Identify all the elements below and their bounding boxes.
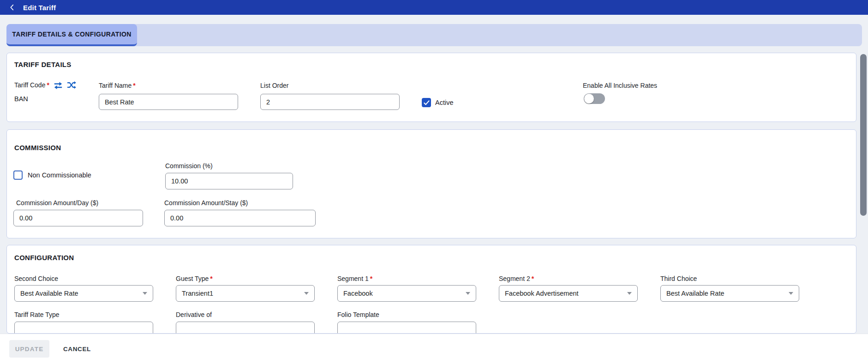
chevron-down-icon — [789, 292, 793, 295]
list-order-label: List Order — [260, 82, 288, 89]
guest-type-label: Guest Type* — [176, 275, 213, 282]
third-choice-value: Best Available Rate — [666, 290, 724, 297]
commission-day-label: Commission Amount/Day ($) — [16, 199, 98, 207]
tariff-code-label: Tariff Code* — [14, 81, 49, 89]
second-choice-select[interactable]: Best Available Rate — [14, 285, 153, 302]
non-commissionable-checkbox[interactable] — [13, 170, 23, 180]
folio-template-input[interactable] — [337, 322, 476, 334]
list-order-input[interactable] — [260, 94, 400, 110]
chevron-down-icon — [304, 292, 309, 295]
active-checkbox[interactable] — [422, 98, 431, 107]
chevron-down-icon — [143, 292, 147, 295]
tariff-code-field: Tariff Code* — [14, 81, 76, 89]
tab-tariff-details-configuration[interactable]: TARIFF DETAILS & CONFIGURATION — [6, 24, 137, 46]
guest-type-select[interactable]: Transient1 — [176, 285, 315, 302]
page-title: Edit Tariff — [23, 4, 56, 12]
segment1-select[interactable]: Facebook — [337, 285, 476, 302]
guest-type-value: Transient1 — [182, 290, 213, 297]
configuration-panel: CONFIGURATION Second Choice Guest Type* … — [6, 245, 856, 334]
tab-bar: TARIFF DETAILS & CONFIGURATION — [6, 24, 862, 46]
segment2-value: Facebook Advertisement — [505, 290, 579, 297]
commission-day-input[interactable] — [13, 210, 143, 226]
non-commissionable-field: Non Commissionable — [13, 170, 91, 180]
folio-template-label: Folio Template — [337, 311, 379, 318]
tariff-details-panel: TARIFF DETAILS Tariff Code* BAN Tariff N… — [6, 53, 856, 122]
section-title-configuration: CONFIGURATION — [14, 254, 74, 262]
section-title-commission: COMMISSION — [14, 144, 61, 152]
toggle-knob — [584, 94, 594, 103]
third-choice-select[interactable]: Best Available Rate — [660, 285, 799, 302]
swap-icon[interactable] — [54, 81, 63, 89]
back-button[interactable] — [8, 3, 16, 12]
tariff-rate-type-input[interactable] — [14, 322, 153, 334]
tariff-name-input[interactable] — [99, 94, 238, 110]
app-header: Edit Tariff — [0, 0, 868, 15]
derivative-of-input[interactable] — [176, 322, 315, 334]
check-icon — [424, 100, 430, 105]
segment1-value: Facebook — [343, 290, 373, 297]
tariff-name-label: Tariff Name* — [99, 82, 136, 89]
segment1-label: Segment 1* — [337, 275, 372, 282]
commission-panel: COMMISSION Non Commissionable Commission… — [6, 129, 856, 238]
chevron-down-icon — [627, 292, 632, 295]
tab-label: TARIFF DETAILS & CONFIGURATION — [12, 30, 132, 38]
third-choice-label: Third Choice — [660, 275, 698, 282]
derivative-of-label: Derivative of — [176, 311, 212, 318]
commission-pct-label: Commission (%) — [165, 162, 213, 170]
active-label: Active — [435, 99, 454, 106]
chevron-left-icon — [8, 4, 16, 11]
tariff-code-value: BAN — [14, 95, 28, 103]
second-choice-label: Second Choice — [14, 275, 60, 282]
update-button[interactable]: UPDATE — [9, 340, 49, 358]
commission-stay-input[interactable] — [164, 210, 316, 226]
footer-bar: UPDATE CANCEL — [0, 334, 868, 359]
second-choice-value: Best Available Rate — [20, 290, 78, 297]
chevron-down-icon — [466, 292, 470, 295]
shuffle-icon[interactable] — [67, 81, 76, 89]
tariff-rate-type-label: Tariff Rate Type — [14, 311, 60, 318]
all-inclusive-label: Enable All Inclusive Rates — [583, 82, 657, 89]
commission-pct-input[interactable] — [165, 173, 293, 189]
commission-stay-label: Commission Amount/Stay ($) — [164, 199, 248, 207]
vertical-scrollbar-thumb[interactable] — [860, 54, 867, 216]
active-field: Active — [422, 98, 454, 107]
segment2-label: Segment 2* — [499, 275, 534, 282]
all-inclusive-toggle[interactable] — [584, 93, 605, 104]
segment2-select[interactable]: Facebook Advertisement — [499, 285, 638, 302]
section-title-tariff-details: TARIFF DETAILS — [14, 61, 72, 68]
cancel-button[interactable]: CANCEL — [63, 340, 91, 358]
non-commissionable-label: Non Commissionable — [28, 171, 91, 179]
